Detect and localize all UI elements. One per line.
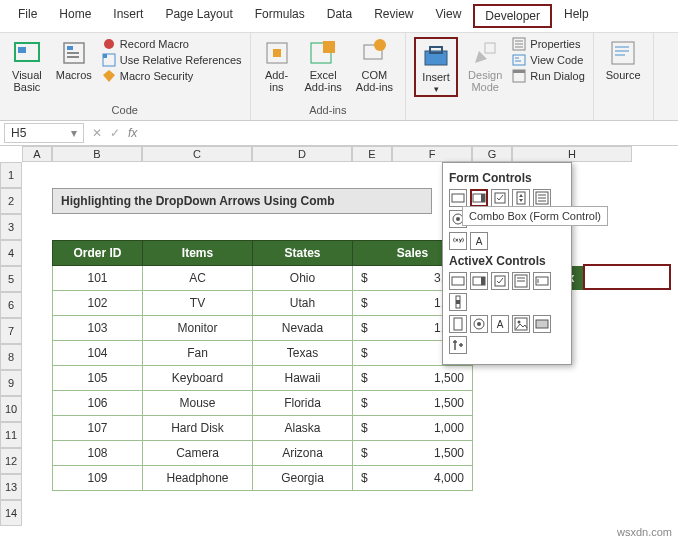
ax-image-control[interactable] (512, 315, 530, 333)
col-header-E[interactable]: E (352, 146, 392, 162)
menu-insert[interactable]: Insert (103, 4, 153, 28)
cell-currency[interactable]: $ (353, 391, 386, 416)
table-row[interactable]: 104FanTexas$350 (53, 341, 473, 366)
cell-currency[interactable]: $ (353, 341, 386, 366)
table-row[interactable]: 103MonitorNevada$1,500 (53, 316, 473, 341)
cell-value[interactable]: 4,000 (385, 466, 472, 491)
cell-state[interactable]: Arizona (253, 441, 353, 466)
form-label-control[interactable]: A (470, 232, 488, 250)
cell-value[interactable]: 1,500 (385, 441, 472, 466)
combo-box-target-cell[interactable] (583, 264, 671, 290)
ax-combobox-control[interactable] (470, 272, 488, 290)
com-addins-button[interactable]: COM Add-ins (352, 37, 397, 95)
excel-addins-button[interactable]: Excel Add-ins (301, 37, 346, 95)
cell-state[interactable]: Texas (253, 341, 353, 366)
cell-currency[interactable]: $ (353, 291, 386, 316)
table-row[interactable]: 105KeyboardHawaii$1,500 (53, 366, 473, 391)
cell-state[interactable]: Nevada (253, 316, 353, 341)
cell-value[interactable]: 1,000 (385, 416, 472, 441)
macro-security-button[interactable]: Macro Security (102, 69, 242, 83)
cell-id[interactable]: 104 (53, 341, 143, 366)
ax-listbox-control[interactable] (512, 272, 530, 290)
cell-state[interactable]: Ohio (253, 266, 353, 291)
fx-icon[interactable]: fx (128, 126, 137, 140)
use-relative-button[interactable]: Use Relative References (102, 53, 242, 67)
table-row[interactable]: 106MouseFlorida$1,500 (53, 391, 473, 416)
row-header-3[interactable]: 3 (0, 214, 22, 240)
form-groupbox-control[interactable]: ⁽ˣʸ⁾ (449, 232, 467, 250)
table-row[interactable]: 107Hard DiskAlaska$1,000 (53, 416, 473, 441)
menu-view[interactable]: View (426, 4, 472, 28)
row-header-13[interactable]: 13 (0, 474, 22, 500)
row-header-7[interactable]: 7 (0, 318, 22, 344)
cell-item[interactable]: Mouse (143, 391, 253, 416)
ax-spin-control[interactable] (449, 315, 467, 333)
table-row[interactable]: 101ACOhio$3,000 (53, 266, 473, 291)
form-checkbox-control[interactable] (491, 189, 509, 207)
row-header-12[interactable]: 12 (0, 448, 22, 474)
cell-currency[interactable]: $ (353, 466, 386, 491)
menu-file[interactable]: File (8, 4, 47, 28)
cell-state[interactable]: Georgia (253, 466, 353, 491)
col-header-H[interactable]: H (512, 146, 632, 162)
cell-currency[interactable]: $ (353, 416, 386, 441)
properties-button[interactable]: Properties (512, 37, 584, 51)
ax-toggle-control[interactable] (533, 315, 551, 333)
form-combobox-control[interactable] (470, 189, 488, 207)
row-header-1[interactable]: 1 (0, 162, 22, 188)
design-mode-button[interactable]: Design Mode (464, 37, 506, 95)
ax-scrollbar-control[interactable] (449, 293, 467, 311)
cell-id[interactable]: 108 (53, 441, 143, 466)
cell-currency[interactable]: $ (353, 366, 386, 391)
row-header-9[interactable]: 9 (0, 370, 22, 396)
menu-help[interactable]: Help (554, 4, 599, 28)
form-button-control[interactable] (449, 189, 467, 207)
col-header-A[interactable]: A (22, 146, 52, 162)
cell-id[interactable]: 107 (53, 416, 143, 441)
cell-state[interactable]: Utah (253, 291, 353, 316)
table-row[interactable]: 108CameraArizona$1,500 (53, 441, 473, 466)
record-macro-button[interactable]: Record Macro (102, 37, 242, 51)
menu-home[interactable]: Home (49, 4, 101, 28)
ax-radio-control[interactable] (470, 315, 488, 333)
row-header-8[interactable]: 8 (0, 344, 22, 370)
row-header-14[interactable]: 14 (0, 500, 22, 526)
ax-button-control[interactable] (449, 272, 467, 290)
menu-formulas[interactable]: Formulas (245, 4, 315, 28)
cell-value[interactable]: 1,500 (385, 391, 472, 416)
table-row[interactable]: 102TVUtah$1,000 (53, 291, 473, 316)
ax-textbox-control[interactable] (533, 272, 551, 290)
insert-control-button[interactable]: Insert ▾ (414, 37, 458, 97)
source-button[interactable]: Source (602, 37, 645, 83)
menu-data[interactable]: Data (317, 4, 362, 28)
row-header-10[interactable]: 10 (0, 396, 22, 422)
cell-currency[interactable]: $ (353, 441, 386, 466)
cell-id[interactable]: 102 (53, 291, 143, 316)
ax-checkbox-control[interactable] (491, 272, 509, 290)
cell-state[interactable]: Florida (253, 391, 353, 416)
enter-icon[interactable]: ✓ (110, 126, 120, 140)
cell-item[interactable]: Camera (143, 441, 253, 466)
form-spinner-control[interactable] (512, 189, 530, 207)
cell-id[interactable]: 106 (53, 391, 143, 416)
cell-id[interactable]: 103 (53, 316, 143, 341)
cell-item[interactable]: TV (143, 291, 253, 316)
cells[interactable]: Highlighting the DropDown Arrows Using C… (22, 162, 678, 542)
run-dialog-button[interactable]: Run Dialog (512, 69, 584, 83)
cell-state[interactable]: Hawaii (253, 366, 353, 391)
row-header-6[interactable]: 6 (0, 292, 22, 318)
col-header-D[interactable]: D (252, 146, 352, 162)
row-header-4[interactable]: 4 (0, 240, 22, 266)
menu-developer[interactable]: Developer (473, 4, 552, 28)
cell-state[interactable]: Alaska (253, 416, 353, 441)
cell-currency[interactable]: $ (353, 266, 386, 291)
col-header-F[interactable]: F (392, 146, 472, 162)
visual-basic-button[interactable]: Visual Basic (8, 37, 46, 95)
menu-review[interactable]: Review (364, 4, 423, 28)
cell-currency[interactable]: $ (353, 316, 386, 341)
row-header-5[interactable]: 5 (0, 266, 22, 292)
cell-id[interactable]: 101 (53, 266, 143, 291)
table-row[interactable]: 109HeadphoneGeorgia$4,000 (53, 466, 473, 491)
col-header-C[interactable]: C (142, 146, 252, 162)
menu-page-layout[interactable]: Page Layout (155, 4, 242, 28)
